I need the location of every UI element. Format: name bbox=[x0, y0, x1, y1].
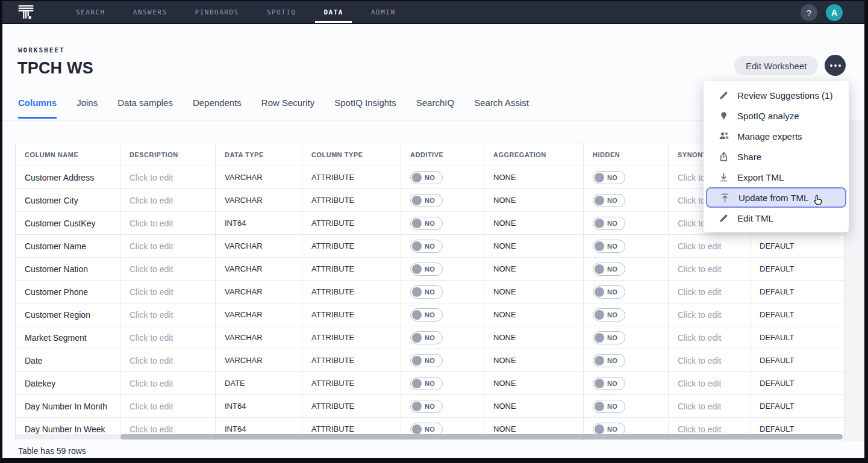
nav-item-admin[interactable]: ADMIN bbox=[363, 1, 404, 23]
additive-toggle[interactable]: NO bbox=[410, 171, 443, 184]
additive-toggle[interactable]: NO bbox=[410, 354, 443, 367]
additive-toggle[interactable]: NO bbox=[410, 285, 443, 299]
app-window: SEARCHANSWERSPINBOARDSSPOTIQDATAADMIN ? … bbox=[0, 0, 868, 463]
cell-synonyms[interactable]: Click to edit bbox=[669, 349, 751, 372]
thoughtspot-logo-icon[interactable] bbox=[16, 2, 36, 22]
menu-item-update-from-tml[interactable]: Update from TML bbox=[706, 187, 846, 208]
cell-description[interactable]: Click to edit bbox=[120, 189, 216, 212]
toggle-knob-icon bbox=[412, 173, 422, 182]
hidden-toggle[interactable]: NO bbox=[593, 194, 625, 207]
nav-item-search[interactable]: SEARCH bbox=[67, 1, 114, 23]
nav-item-data[interactable]: DATA bbox=[315, 1, 352, 23]
tab-row-security[interactable]: Row Security bbox=[261, 98, 314, 119]
people-icon bbox=[718, 131, 729, 142]
cell-column-type: ATTRIBUTE bbox=[302, 303, 401, 326]
cell-synonyms[interactable]: Click to edit bbox=[669, 235, 751, 258]
hidden-toggle[interactable]: NO bbox=[593, 377, 625, 390]
cell-additive: NO bbox=[401, 303, 484, 326]
cell-column-type: ATTRIBUTE bbox=[302, 258, 401, 281]
hidden-toggle[interactable]: NO bbox=[593, 308, 625, 322]
more-options-menu: Review Suggestions (1)SpotIQ analyzeMana… bbox=[704, 81, 849, 232]
tab-dependents[interactable]: Dependents bbox=[193, 98, 242, 119]
hidden-toggle[interactable]: NO bbox=[593, 240, 625, 253]
cell-data-type: INT64 bbox=[216, 212, 302, 235]
tab-joins[interactable]: Joins bbox=[76, 98, 98, 119]
top-nav: SEARCHANSWERSPINBOARDSSPOTIQDATAADMIN ? … bbox=[2, 1, 864, 24]
nav-item-pinboards[interactable]: PINBOARDS bbox=[187, 1, 248, 23]
cell-aggregation: NONE bbox=[484, 189, 584, 212]
page-title: TPCH WS bbox=[17, 59, 93, 78]
cell-hidden: NO bbox=[584, 349, 669, 372]
nav-item-spotiq[interactable]: SPOTIQ bbox=[258, 1, 305, 23]
avatar[interactable]: A bbox=[826, 4, 843, 21]
nav-item-answers[interactable]: ANSWERS bbox=[125, 1, 176, 23]
more-options-button[interactable] bbox=[825, 55, 846, 76]
additive-toggle[interactable]: NO bbox=[410, 240, 443, 253]
additive-toggle[interactable]: NO bbox=[410, 194, 443, 207]
toggle-knob-icon bbox=[595, 196, 604, 205]
tab-searchiq[interactable]: SearchIQ bbox=[416, 98, 454, 119]
horizontal-scrollbar-thumb[interactable] bbox=[120, 434, 843, 440]
cell-description[interactable]: Click to edit bbox=[120, 212, 216, 235]
cell-description[interactable]: Click to edit bbox=[120, 303, 216, 326]
cell-description[interactable]: Click to edit bbox=[120, 326, 216, 349]
menu-item-export-tml[interactable]: Export TML bbox=[704, 167, 849, 187]
table-row: DateClick to editVARCHARATTRIBUTENONONEN… bbox=[16, 349, 844, 372]
hidden-toggle[interactable]: NO bbox=[593, 285, 625, 299]
cell-synonyms[interactable]: Click to edit bbox=[669, 258, 751, 281]
menu-item-share[interactable]: Share bbox=[704, 146, 849, 167]
menu-item-spotiq-analyze[interactable]: SpotIQ analyze bbox=[704, 105, 849, 126]
menu-item-edit-tml[interactable]: Edit TML bbox=[704, 208, 849, 228]
cell-description[interactable]: Click to edit bbox=[120, 349, 216, 372]
toggle-label: NO bbox=[607, 357, 617, 364]
cell-description[interactable]: Click to edit bbox=[120, 372, 216, 395]
additive-toggle[interactable]: NO bbox=[410, 308, 443, 322]
hidden-toggle[interactable]: NO bbox=[593, 400, 625, 413]
cell-description[interactable]: Click to edit bbox=[120, 166, 216, 189]
cell-description[interactable]: Click to edit bbox=[120, 235, 216, 258]
hidden-toggle[interactable]: NO bbox=[593, 263, 625, 276]
toggle-knob-icon bbox=[595, 424, 604, 434]
additive-toggle[interactable]: NO bbox=[410, 400, 443, 413]
tab-spotiq-insights[interactable]: SpotIQ Insights bbox=[334, 98, 396, 119]
additive-toggle[interactable]: NO bbox=[410, 377, 443, 390]
toggle-label: NO bbox=[425, 174, 435, 181]
cell-hidden: NO bbox=[584, 372, 669, 395]
bulb-icon bbox=[718, 110, 729, 122]
cell-column-name: Customer Phone bbox=[16, 281, 120, 303]
cell-aggregation: NONE bbox=[484, 212, 584, 235]
cell-synonyms[interactable]: Click to edit bbox=[669, 303, 751, 326]
hidden-toggle[interactable]: NO bbox=[593, 217, 625, 230]
hidden-toggle[interactable]: NO bbox=[593, 171, 625, 184]
cell-hidden: NO bbox=[584, 212, 669, 235]
additive-toggle[interactable]: NO bbox=[410, 217, 443, 230]
hidden-toggle[interactable]: NO bbox=[593, 331, 625, 344]
cell-description[interactable]: Click to edit bbox=[120, 258, 216, 281]
pencil-icon bbox=[718, 90, 729, 101]
tab-data-samples[interactable]: Data samples bbox=[117, 98, 173, 119]
menu-item-review-suggestions-1[interactable]: Review Suggestions (1) bbox=[704, 85, 849, 105]
cell-description[interactable]: Click to edit bbox=[120, 281, 216, 303]
help-button[interactable]: ? bbox=[801, 4, 817, 21]
cell-aggregation: NONE bbox=[484, 326, 584, 349]
toggle-label: NO bbox=[607, 334, 617, 341]
hidden-toggle[interactable]: NO bbox=[593, 354, 625, 367]
cell-aggregation: NONE bbox=[484, 372, 584, 395]
menu-item-label: Review Suggestions (1) bbox=[737, 90, 832, 101]
worksheet-eyebrow: WORKSHEET bbox=[18, 46, 65, 54]
cell-synonyms[interactable]: Click to edit bbox=[669, 281, 751, 303]
cell-data-type: VARCHAR bbox=[216, 166, 302, 189]
cell-description[interactable]: Click to edit bbox=[120, 395, 216, 418]
cell-synonyms[interactable]: Click to edit bbox=[669, 372, 751, 395]
menu-item-manage-experts[interactable]: Manage experts bbox=[704, 126, 849, 146]
additive-toggle[interactable]: NO bbox=[410, 331, 443, 344]
tab-columns[interactable]: Columns bbox=[18, 98, 57, 119]
toggle-label: NO bbox=[607, 311, 617, 319]
tab-search-assist[interactable]: Search Assist bbox=[474, 98, 529, 119]
toggle-label: NO bbox=[425, 357, 435, 364]
cell-column-name: Customer Address bbox=[16, 166, 120, 189]
additive-toggle[interactable]: NO bbox=[410, 263, 443, 276]
cell-synonyms[interactable]: Click to edit bbox=[669, 326, 751, 349]
edit-worksheet-button[interactable]: Edit Worksheet bbox=[734, 56, 818, 75]
cell-synonyms[interactable]: Click to edit bbox=[669, 395, 751, 418]
